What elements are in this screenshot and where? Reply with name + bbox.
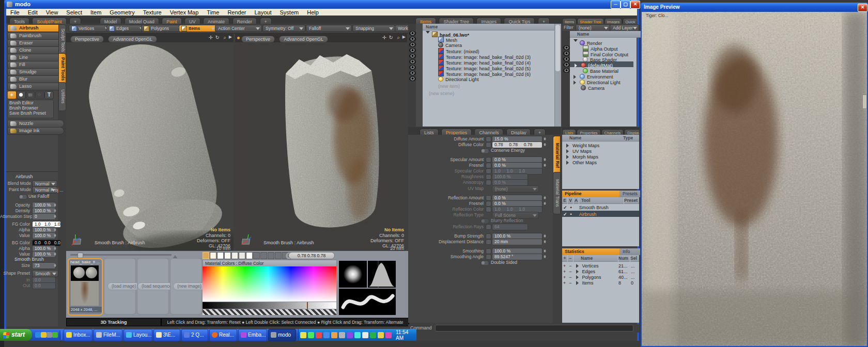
side-tab-paint-tools[interactable]: Paint Tools [58, 53, 66, 85]
tray-icon[interactable] [370, 332, 376, 338]
edges-mode-button[interactable]: Edges [106, 25, 146, 32]
expand-icon[interactable] [576, 270, 581, 274]
vertices-mode-button[interactable]: Vertices [69, 25, 111, 32]
zoom-icon[interactable]: ⌕ [223, 35, 226, 41]
add-icon[interactable]: + [563, 263, 566, 269]
rotate-icon[interactable]: ↻ [389, 35, 393, 40]
filter-dropdown[interactable]: (none) [576, 24, 610, 31]
visible-dot-icon[interactable]: • [570, 212, 572, 217]
tab-items[interactable]: Items [562, 18, 577, 24]
tray-icon[interactable] [300, 332, 306, 338]
task-explorer[interactable]: 3\E... [153, 329, 180, 341]
tool-lasso[interactable]: Lasso [7, 83, 64, 90]
tray-icon[interactable] [339, 332, 345, 338]
quick-launch-desktop-icon[interactable] [47, 332, 52, 338]
tab-properties[interactable]: Properties [577, 129, 600, 135]
eye-icon[interactable] [409, 31, 416, 36]
remove-icon[interactable]: − [569, 280, 571, 286]
remove-icon[interactable]: − [569, 269, 571, 274]
channel-toggle[interactable] [486, 254, 491, 260]
expand-icon[interactable] [576, 264, 581, 268]
pipeline-row-airbrush[interactable]: ✓•Airbrush [563, 212, 596, 217]
menu-geometry[interactable]: Geometry [105, 9, 138, 16]
shader-item-camera[interactable]: Camera [581, 85, 605, 91]
items-mode-button[interactable]: Items [179, 25, 217, 32]
conserve-energy-checkbox[interactable] [481, 148, 489, 154]
expand-icon[interactable] [574, 75, 578, 79]
brush-tip-procedural-button[interactable] [26, 91, 35, 99]
remove-icon[interactable]: − [569, 263, 571, 269]
taskbar-clock[interactable]: 11:54 AM [396, 329, 413, 341]
shader-name-header[interactable]: Name [570, 31, 641, 38]
eye-icon[interactable] [409, 71, 416, 75]
eye-icon[interactable] [409, 65, 416, 70]
expand-icon[interactable] [576, 281, 581, 285]
viewport-menu-icon[interactable]: ▶ [229, 35, 232, 39]
stats-row-items[interactable]: +−Items80 [563, 280, 594, 286]
load-image-button[interactable]: (load image) [107, 282, 140, 290]
stats-row-polygons[interactable]: +−Polygons40...... [563, 275, 601, 280]
tab-display[interactable]: Display [624, 129, 639, 135]
minimize-button[interactable]: ─ [611, 1, 621, 9]
menu-item[interactable]: Item [86, 9, 105, 16]
viewport-left-renderer[interactable]: Advanced OpenGL [108, 36, 157, 43]
lists-name-header[interactable]: Name [562, 135, 623, 141]
expand-icon[interactable] [566, 155, 571, 159]
tray-icon[interactable] [362, 332, 368, 338]
modo-titlebar[interactable]: modo ─ ▢ ✕ [4, 0, 639, 9]
menu-system[interactable]: System [276, 9, 303, 16]
tray-icon[interactable] [378, 332, 384, 338]
shape-preset-dropdown[interactable]: Smooth [32, 270, 58, 277]
task-group[interactable]: 2 Q... [181, 329, 208, 341]
task-modo-active[interactable]: modo [268, 329, 296, 341]
hue-saturation-picker[interactable] [203, 266, 336, 302]
menu-edit[interactable]: Edit [24, 9, 42, 16]
polygons-mode-button[interactable]: Polygons [141, 25, 184, 32]
pan-icon[interactable]: ✛ [209, 35, 213, 40]
add-icon[interactable]: + [563, 275, 566, 280]
tray-icon[interactable] [347, 332, 353, 338]
pipeline-header[interactable]: Pipeline [562, 191, 622, 197]
add-icon[interactable]: + [563, 269, 566, 274]
tab-quick-tips[interactable]: Quick Tips [623, 18, 637, 24]
new-item-row[interactable]: (new item) [438, 84, 460, 89]
items-scrollbar-thumb[interactable] [555, 25, 560, 71]
list-item-other-maps[interactable]: Other Maps [566, 160, 597, 166]
tool-paintbrush[interactable]: Paintbrush [7, 32, 64, 40]
spinner[interactable] [541, 239, 548, 245]
tray-icon[interactable] [308, 332, 314, 338]
text-brush-button[interactable]: T [44, 91, 54, 99]
tool-clone[interactable]: Clone [7, 46, 64, 54]
close-button[interactable]: ✕ [630, 1, 640, 9]
new-image-cell[interactable]: (new image) [170, 258, 202, 314]
menu-select[interactable]: Select [62, 9, 86, 16]
start-button[interactable]: start [0, 329, 32, 341]
tab-images[interactable]: Images [605, 18, 623, 24]
image-ink-button[interactable]: Image Ink [7, 127, 64, 135]
new-scene-row[interactable]: (new scene) [429, 91, 454, 97]
save-brush-preset-link[interactable]: Save Brush Preset [9, 111, 46, 116]
value-slider[interactable] [203, 302, 336, 309]
eye-icon[interactable] [563, 68, 570, 73]
viewport-menu-icon[interactable]: ▶ [402, 35, 406, 39]
list-item-morph-maps[interactable]: Morph Maps [566, 154, 598, 160]
lists-type-header[interactable]: Type [623, 135, 639, 141]
menu-file[interactable]: File [6, 9, 24, 16]
expand-icon[interactable] [566, 161, 571, 165]
side-tab-sculpt-tools[interactable]: Sculpt Tools [58, 24, 66, 56]
menu-time[interactable]: Time [203, 9, 223, 16]
preview-scroll-nub[interactable] [862, 94, 867, 109]
quick-launch-mail-icon[interactable] [41, 332, 47, 338]
statistics-info-button[interactable]: Info [619, 248, 640, 255]
statistics-header[interactable]: Statistics [562, 248, 622, 255]
eye-icon[interactable] [563, 45, 570, 50]
falloff-dropdown[interactable]: Falloff [306, 25, 352, 32]
task-inbox[interactable]: Inbox... [64, 329, 92, 341]
eye-icon[interactable] [409, 59, 416, 64]
expand-icon[interactable] [426, 31, 430, 36]
load-sequence-cell[interactable]: (load sequence) [137, 258, 169, 314]
alpha-slider[interactable] [203, 309, 336, 315]
tree-item-directional-light[interactable]: Directional Light [438, 76, 479, 83]
command-input[interactable] [435, 325, 633, 332]
side-tab-utilities[interactable]: Utilities [58, 82, 66, 111]
